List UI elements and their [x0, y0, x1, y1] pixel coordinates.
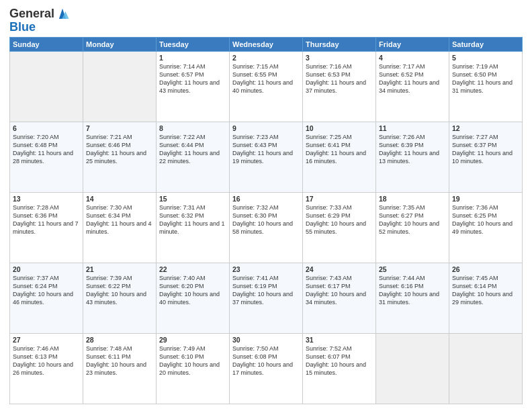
calendar-cell: 1Sunrise: 7:14 AM Sunset: 6:57 PM Daylig… [157, 52, 230, 122]
day-number: 10 [306, 124, 373, 132]
weekday-header: Sunday [10, 38, 83, 52]
day-info: Sunrise: 7:45 AM Sunset: 6:14 PM Dayligh… [452, 274, 519, 307]
day-info: Sunrise: 7:20 AM Sunset: 6:48 PM Dayligh… [13, 133, 80, 166]
day-number: 14 [86, 195, 153, 203]
day-number: 20 [13, 265, 80, 273]
day-number: 31 [306, 336, 373, 344]
calendar-cell: 30Sunrise: 7:50 AM Sunset: 6:08 PM Dayli… [230, 334, 303, 404]
day-number: 22 [159, 265, 226, 273]
calendar-cell: 19Sunrise: 7:36 AM Sunset: 6:25 PM Dayli… [449, 193, 523, 263]
calendar-week-row: 1Sunrise: 7:14 AM Sunset: 6:57 PM Daylig… [10, 52, 523, 122]
day-info: Sunrise: 7:25 AM Sunset: 6:41 PM Dayligh… [306, 133, 373, 166]
day-number: 11 [379, 124, 446, 132]
calendar-cell: 17Sunrise: 7:33 AM Sunset: 6:29 PM Dayli… [303, 193, 376, 263]
calendar-cell: 15Sunrise: 7:31 AM Sunset: 6:32 PM Dayli… [157, 193, 230, 263]
page: General Blue SundayMondayTuesdayWednesda… [0, 0, 532, 411]
calendar-week-row: 6Sunrise: 7:20 AM Sunset: 6:48 PM Daylig… [10, 122, 523, 193]
calendar-week-row: 20Sunrise: 7:37 AM Sunset: 6:24 PM Dayli… [10, 263, 523, 334]
day-number: 17 [306, 195, 373, 203]
calendar-table: SundayMondayTuesdayWednesdayThursdayFrid… [9, 37, 523, 404]
calendar-cell: 3Sunrise: 7:16 AM Sunset: 6:53 PM Daylig… [303, 52, 376, 122]
day-number: 8 [159, 124, 226, 132]
calendar-cell: 24Sunrise: 7:43 AM Sunset: 6:17 PM Dayli… [303, 263, 376, 334]
day-number: 1 [159, 54, 226, 62]
calendar-cell: 10Sunrise: 7:25 AM Sunset: 6:41 PM Dayli… [303, 122, 376, 193]
calendar-header-row: SundayMondayTuesdayWednesdayThursdayFrid… [10, 38, 523, 52]
day-info: Sunrise: 7:27 AM Sunset: 6:37 PM Dayligh… [452, 133, 519, 166]
calendar-cell: 26Sunrise: 7:45 AM Sunset: 6:14 PM Dayli… [449, 263, 523, 334]
calendar-cell [83, 52, 157, 122]
weekday-header: Tuesday [157, 38, 230, 52]
day-info: Sunrise: 7:41 AM Sunset: 6:19 PM Dayligh… [232, 274, 300, 307]
calendar-cell: 23Sunrise: 7:41 AM Sunset: 6:19 PM Dayli… [230, 263, 303, 334]
day-number: 18 [379, 195, 446, 203]
calendar-cell: 14Sunrise: 7:30 AM Sunset: 6:34 PM Dayli… [83, 193, 157, 263]
weekday-header: Saturday [449, 38, 523, 52]
day-number: 27 [13, 336, 80, 344]
calendar-week-row: 13Sunrise: 7:28 AM Sunset: 6:36 PM Dayli… [10, 193, 523, 263]
day-number: 25 [379, 265, 446, 273]
day-info: Sunrise: 7:43 AM Sunset: 6:17 PM Dayligh… [306, 274, 373, 307]
day-number: 16 [232, 195, 300, 203]
day-info: Sunrise: 7:21 AM Sunset: 6:46 PM Dayligh… [86, 133, 153, 166]
day-number: 9 [232, 124, 300, 132]
header: General Blue [9, 7, 523, 33]
day-number: 4 [379, 54, 446, 62]
calendar-cell: 12Sunrise: 7:27 AM Sunset: 6:37 PM Dayli… [449, 122, 523, 193]
day-info: Sunrise: 7:15 AM Sunset: 6:55 PM Dayligh… [232, 62, 300, 95]
calendar-cell [10, 52, 83, 122]
day-info: Sunrise: 7:32 AM Sunset: 6:30 PM Dayligh… [232, 203, 300, 236]
calendar-cell: 29Sunrise: 7:49 AM Sunset: 6:10 PM Dayli… [157, 334, 230, 404]
weekday-header: Thursday [303, 38, 376, 52]
day-number: 12 [452, 124, 519, 132]
calendar-cell: 27Sunrise: 7:46 AM Sunset: 6:13 PM Dayli… [10, 334, 83, 404]
calendar-cell [376, 334, 449, 404]
calendar-week-row: 27Sunrise: 7:46 AM Sunset: 6:13 PM Dayli… [10, 334, 523, 404]
calendar-cell: 22Sunrise: 7:40 AM Sunset: 6:20 PM Dayli… [157, 263, 230, 334]
day-number: 29 [159, 336, 226, 344]
day-info: Sunrise: 7:35 AM Sunset: 6:27 PM Dayligh… [379, 203, 446, 236]
day-info: Sunrise: 7:19 AM Sunset: 6:50 PM Dayligh… [452, 62, 519, 95]
calendar-cell: 4Sunrise: 7:17 AM Sunset: 6:52 PM Daylig… [376, 52, 449, 122]
day-info: Sunrise: 7:33 AM Sunset: 6:29 PM Dayligh… [306, 203, 373, 236]
day-number: 3 [306, 54, 373, 62]
logo: General Blue [9, 7, 70, 33]
calendar-cell: 5Sunrise: 7:19 AM Sunset: 6:50 PM Daylig… [449, 52, 523, 122]
logo-general-text: General [9, 7, 54, 21]
weekday-header: Friday [376, 38, 449, 52]
calendar-cell: 2Sunrise: 7:15 AM Sunset: 6:55 PM Daylig… [230, 52, 303, 122]
day-info: Sunrise: 7:49 AM Sunset: 6:10 PM Dayligh… [159, 345, 226, 377]
day-info: Sunrise: 7:14 AM Sunset: 6:57 PM Dayligh… [159, 62, 226, 95]
weekday-header: Wednesday [230, 38, 303, 52]
day-info: Sunrise: 7:23 AM Sunset: 6:43 PM Dayligh… [232, 133, 300, 166]
calendar-cell: 6Sunrise: 7:20 AM Sunset: 6:48 PM Daylig… [10, 122, 83, 193]
day-info: Sunrise: 7:50 AM Sunset: 6:08 PM Dayligh… [232, 345, 300, 377]
day-info: Sunrise: 7:17 AM Sunset: 6:52 PM Dayligh… [379, 62, 446, 95]
day-info: Sunrise: 7:16 AM Sunset: 6:53 PM Dayligh… [306, 62, 373, 95]
day-number: 15 [159, 195, 226, 203]
calendar-cell: 11Sunrise: 7:26 AM Sunset: 6:39 PM Dayli… [376, 122, 449, 193]
calendar-cell: 18Sunrise: 7:35 AM Sunset: 6:27 PM Dayli… [376, 193, 449, 263]
calendar-cell: 7Sunrise: 7:21 AM Sunset: 6:46 PM Daylig… [83, 122, 157, 193]
calendar-cell: 31Sunrise: 7:52 AM Sunset: 6:07 PM Dayli… [303, 334, 376, 404]
day-info: Sunrise: 7:26 AM Sunset: 6:39 PM Dayligh… [379, 133, 446, 166]
day-number: 6 [13, 124, 80, 132]
calendar-cell: 9Sunrise: 7:23 AM Sunset: 6:43 PM Daylig… [230, 122, 303, 193]
day-number: 28 [86, 336, 153, 344]
day-info: Sunrise: 7:52 AM Sunset: 6:07 PM Dayligh… [306, 345, 373, 377]
day-number: 7 [86, 124, 153, 132]
day-info: Sunrise: 7:48 AM Sunset: 6:11 PM Dayligh… [86, 345, 153, 377]
day-info: Sunrise: 7:31 AM Sunset: 6:32 PM Dayligh… [159, 203, 226, 236]
weekday-header: Monday [83, 38, 157, 52]
day-info: Sunrise: 7:46 AM Sunset: 6:13 PM Dayligh… [13, 345, 80, 377]
day-info: Sunrise: 7:39 AM Sunset: 6:22 PM Dayligh… [86, 274, 153, 307]
day-info: Sunrise: 7:22 AM Sunset: 6:44 PM Dayligh… [159, 133, 226, 166]
day-number: 13 [13, 195, 80, 203]
calendar-cell: 28Sunrise: 7:48 AM Sunset: 6:11 PM Dayli… [83, 334, 157, 404]
day-info: Sunrise: 7:30 AM Sunset: 6:34 PM Dayligh… [86, 203, 153, 236]
logo-icon [55, 6, 70, 21]
calendar-cell: 20Sunrise: 7:37 AM Sunset: 6:24 PM Dayli… [10, 263, 83, 334]
day-info: Sunrise: 7:44 AM Sunset: 6:16 PM Dayligh… [379, 274, 446, 307]
day-number: 21 [86, 265, 153, 273]
day-info: Sunrise: 7:28 AM Sunset: 6:36 PM Dayligh… [13, 203, 80, 236]
